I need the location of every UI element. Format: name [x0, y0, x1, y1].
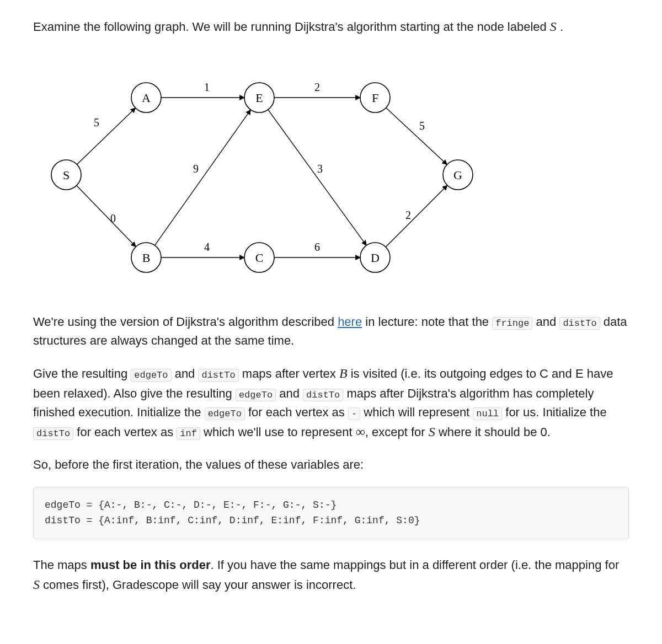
p5-seg3: comes first), Gradescope will say your a…: [40, 578, 356, 592]
p3-seg2: and: [172, 367, 199, 380]
p3-seg3: maps after vertex: [239, 367, 339, 380]
node-D: D: [360, 243, 390, 272]
p3-seg9: for us. Initialize the: [502, 405, 607, 419]
code-distTo-2: distTo: [303, 389, 343, 401]
lecture-link[interactable]: here: [338, 315, 362, 329]
edge-weight-AE: 1: [204, 81, 210, 93]
edge-weight-EF: 2: [314, 81, 320, 93]
p3-seg13: where it should be 0.: [435, 425, 551, 439]
node-F: F: [360, 83, 390, 112]
edge-weight-BC: 4: [204, 241, 210, 253]
graph-svg: 5 0 1 9 4 2 3 6 5: [33, 53, 491, 291]
node-label-B: B: [142, 251, 151, 265]
p2-seg3: and: [532, 315, 559, 329]
code-distTo-3: distTo: [33, 427, 73, 440]
p3-seg11: which we'll use to represent: [200, 425, 356, 439]
p3-seg12: , except for: [365, 425, 429, 439]
p2-seg2: in lecture: note that the: [362, 315, 492, 329]
code-edgeTo-2: edgeTo: [236, 389, 276, 401]
edge-weight-ED: 3: [317, 163, 323, 175]
edge-weight-SB: 0: [110, 212, 116, 224]
document-page: Examine the following graph. We will be …: [0, 0, 662, 641]
p2-seg1: We're using the version of Dijkstra's al…: [33, 315, 338, 329]
p3-seg10: for each vertex as: [73, 425, 177, 439]
code-edgeTo-3: edgeTo: [205, 407, 245, 420]
p5-seg2: . If you have the same mappings but in a…: [211, 558, 620, 572]
code-dash: -: [348, 407, 360, 420]
node-A: A: [131, 83, 161, 112]
code-fringe: fringe: [492, 317, 532, 330]
order-emphasis: must be in this order: [90, 558, 211, 572]
p3-seg7: for each vertex as: [245, 405, 348, 419]
code-distTo-1: distTo: [198, 369, 238, 382]
code-null: null: [473, 407, 502, 420]
paragraph-5: The maps must be in this order. If you h…: [33, 556, 629, 595]
paragraph-4: So, before the first iteration, the valu…: [33, 455, 629, 474]
paragraph-3: Give the resulting edgeTo and distTo map…: [33, 363, 629, 442]
p3-seg5: and: [276, 387, 303, 400]
node-label-C: C: [255, 251, 264, 265]
node-label-A: A: [142, 91, 151, 105]
node-label-E: E: [255, 91, 263, 105]
edge-weight-BE: 9: [193, 163, 199, 175]
edge-S-A: [77, 108, 135, 165]
math-var-S: S: [550, 19, 557, 34]
code-edgeTo-1: edgeTo: [131, 369, 171, 382]
node-label-G: G: [453, 168, 462, 182]
edge-weight-SA: 5: [94, 116, 99, 128]
edge-F-G: [386, 108, 447, 165]
node-G: G: [443, 160, 473, 190]
intro-text: Examine the following graph. We will be …: [33, 20, 550, 34]
math-var-S-3: S: [33, 577, 40, 592]
node-label-D: D: [371, 251, 380, 265]
node-E: E: [244, 83, 274, 112]
node-B: B: [131, 243, 161, 272]
edge-weight-DG: 2: [405, 209, 411, 221]
node-C: C: [244, 243, 274, 272]
initial-state-codeblock: edgeTo = {A:-, B:-, C:-, D:-, E:-, F:-, …: [33, 487, 629, 539]
node-label-S: S: [63, 168, 70, 182]
math-var-B: B: [339, 366, 348, 380]
edge-S-B: [77, 186, 136, 247]
p5-seg1: The maps: [33, 558, 90, 572]
intro-paragraph: Examine the following graph. We will be …: [33, 17, 629, 37]
graph-figure: 5 0 1 9 4 2 3 6 5: [33, 53, 629, 291]
edge-weight-CD: 6: [314, 241, 320, 253]
p3-seg1: Give the resulting: [33, 367, 131, 380]
intro-period: .: [560, 20, 563, 34]
math-var-S-2: S: [429, 425, 435, 439]
edge-weight-FG: 5: [419, 120, 425, 132]
p3-seg8: which will represent: [360, 405, 473, 419]
paragraph-2: We're using the version of Dijkstra's al…: [33, 313, 629, 350]
code-inf: inf: [177, 427, 200, 440]
edge-B-E: [155, 110, 251, 245]
code-distTo: distTo: [559, 317, 600, 330]
infinity-symbol: ∞: [356, 425, 365, 439]
edge-D-G: [386, 185, 447, 247]
edge-E-D: [268, 110, 366, 245]
node-label-F: F: [372, 91, 378, 105]
node-S: S: [51, 160, 81, 190]
